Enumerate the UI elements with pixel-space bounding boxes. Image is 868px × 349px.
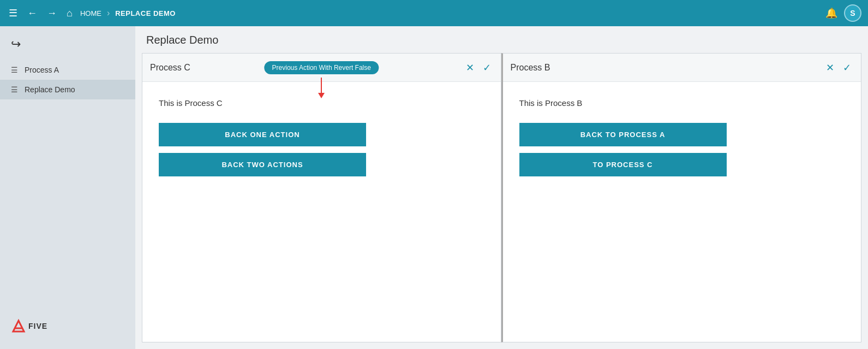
topbar-left: ☰ ← → ⌂ HOME › REPLACE DEMO [7,5,825,21]
forward-nav-icon[interactable]: → [45,5,59,21]
topbar-right: 🔔 S [825,4,861,22]
panel-b-close-button[interactable]: ✕ [824,61,836,75]
panel-b-header: Process B ✕ ✓ [503,54,861,82]
panel-c-header: Process C Previous Action With Revert Fa… [142,54,501,82]
svg-marker-0 [13,321,24,332]
notifications-icon[interactable]: 🔔 [825,7,837,19]
user-avatar[interactable]: S [844,4,861,22]
content-area: Replace Demo Process C Previous Action W… [135,26,868,349]
panel-c-close-button[interactable]: ✕ [464,61,476,75]
to-process-c-button[interactable]: TO PROCESS C [519,153,727,176]
back-two-actions-button[interactable]: BACK TWO ACTIONS [159,153,366,176]
hamburger-menu-icon[interactable]: ☰ [7,5,20,21]
back-nav-icon[interactable]: ← [25,5,39,21]
breadcrumb-separator: › [107,8,110,18]
sidebar-item-icon: ☰ [11,66,18,74]
panel-b-confirm-button[interactable]: ✓ [841,61,853,75]
home-label: HOME [80,9,101,17]
panel-b-actions: ✕ ✓ [824,61,853,75]
sidebar-item-process-a[interactable]: ☰ Process A [0,60,135,80]
sidebar: ↪ ☰ Process A ☰ Replace Demo FIVE [0,26,135,349]
panel-c-body: This is Process C BACK ONE ACTION BACK T… [142,82,501,342]
panel-b-body: This is Process B BACK TO PROCESS A TO P… [503,82,861,342]
sidebar-item-icon: ☰ [11,85,18,94]
page-breadcrumb: REPLACE DEMO [115,9,176,17]
panel-b-title: Process B [511,63,824,73]
five-logo-text: FIVE [28,322,47,330]
sidebar-logo: FIVE [0,310,135,342]
panel-c-actions: ✕ ✓ [464,61,493,75]
panel-c-badge: Previous Action With Revert False [265,61,379,74]
panel-process-b: Process B ✕ ✓ This is Process B BACK TO … [501,53,862,342]
panel-process-c: Process C Previous Action With Revert Fa… [142,53,501,342]
main-layout: ↪ ☰ Process A ☰ Replace Demo FIVE Replac… [0,26,868,349]
five-logo-icon [11,318,26,334]
five-logo: FIVE [11,318,47,334]
back-to-process-a-button[interactable]: BACK TO PROCESS A [519,123,727,146]
share-icon[interactable]: ↪ [0,33,135,60]
panel-c-confirm-button[interactable]: ✓ [481,61,493,75]
panel-c-description: This is Process C [159,98,484,108]
home-icon[interactable]: ⌂ [64,5,75,21]
sidebar-item-label: Process A [25,66,59,74]
back-one-action-button[interactable]: BACK ONE ACTION [159,123,366,146]
topbar: ☰ ← → ⌂ HOME › REPLACE DEMO 🔔 S [0,0,868,26]
panels-container: Process C Previous Action With Revert Fa… [135,53,868,349]
sidebar-item-replace-demo[interactable]: ☰ Replace Demo [0,80,135,99]
panel-b-description: This is Process B [519,98,845,108]
page-title: Replace Demo [135,26,868,53]
sidebar-item-label: Replace Demo [25,85,75,94]
home-link[interactable]: HOME [80,9,101,17]
